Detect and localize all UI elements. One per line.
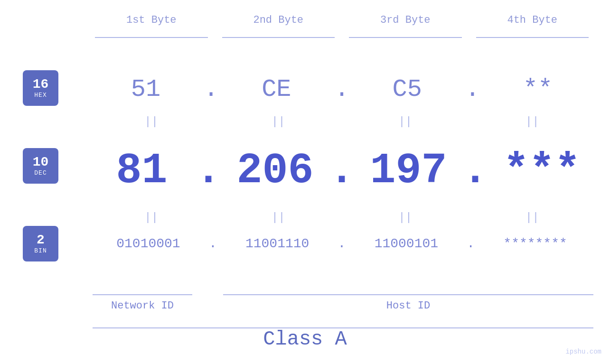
dec-badge-label: DEC xyxy=(34,169,47,177)
bin-dot-3: . xyxy=(467,236,475,251)
dec-value-4: *** xyxy=(503,147,580,195)
network-id-label: Network ID xyxy=(93,300,192,312)
dec-dot-1: . xyxy=(196,147,221,195)
host-id-bracket xyxy=(223,294,593,295)
watermark: ipshu.com xyxy=(565,348,601,355)
dec-byte-1: 81 xyxy=(88,147,196,195)
bin-value-1: 01010001 xyxy=(116,236,180,251)
bin-badge-number: 2 xyxy=(37,233,45,248)
bracket-line-4 xyxy=(476,37,589,38)
dec-row: 81 . 206 . 197 . *** xyxy=(88,142,596,199)
bracket-line-2 xyxy=(222,37,335,38)
hex-dot-2: . xyxy=(334,75,349,103)
dec-badge-number: 10 xyxy=(33,155,49,170)
hex-byte-2: CE xyxy=(218,75,334,103)
dec-value-3: 197 xyxy=(370,147,447,195)
bin-byte-2: 11001110 xyxy=(217,236,338,251)
dec-byte-3: 197 xyxy=(355,147,462,195)
hex-value-3: C5 xyxy=(392,75,422,103)
hex-badge: 16 HEX xyxy=(23,70,58,106)
hex-byte-3: C5 xyxy=(349,75,465,103)
dec-dot-3: . xyxy=(462,147,488,195)
eq-1: || xyxy=(88,115,215,128)
bin-badge: 2 BIN xyxy=(23,226,58,261)
eq-8: || xyxy=(469,211,596,224)
col-header-1: 1st Byte xyxy=(88,14,215,26)
bracket-line-3 xyxy=(349,37,462,38)
dec-dot-2: . xyxy=(329,147,355,195)
host-id-label: Host ID xyxy=(223,300,593,312)
equals-dec-bin: || || || || xyxy=(88,211,596,224)
hex-dot-3: . xyxy=(465,75,480,103)
dec-byte-2: 206 xyxy=(221,147,329,195)
equals-hex-dec: || || || || xyxy=(88,115,596,128)
hex-value-1: 51 xyxy=(131,75,160,103)
dec-value-2: 206 xyxy=(236,147,313,195)
eq-6: || xyxy=(215,211,342,224)
bin-dot-1: . xyxy=(209,236,217,251)
bin-value-4: ******** xyxy=(503,236,567,251)
top-brackets xyxy=(88,37,596,38)
class-label: Class A xyxy=(0,328,610,351)
hex-badge-label: HEX xyxy=(34,92,47,99)
bin-row: 01010001 . 11001110 . 11000101 . *******… xyxy=(88,227,596,260)
bracket-line-1 xyxy=(95,37,208,38)
hex-row: 51 . CE . C5 . ** xyxy=(88,70,596,108)
col-header-3: 3rd Byte xyxy=(342,14,469,26)
columns-header: 1st Byte 2nd Byte 3rd Byte 4th Byte xyxy=(88,14,596,26)
col-header-4: 4th Byte xyxy=(469,14,596,26)
eq-3: || xyxy=(342,115,469,128)
dec-value-1: 81 xyxy=(116,147,167,195)
dec-badge: 10 DEC xyxy=(23,148,58,184)
eq-5: || xyxy=(88,211,215,224)
eq-2: || xyxy=(215,115,342,128)
hex-badge-number: 16 xyxy=(33,77,49,92)
bin-badge-label: BIN xyxy=(34,247,47,254)
hex-value-4: ** xyxy=(523,75,553,103)
hex-value-2: CE xyxy=(262,75,291,103)
hex-byte-4: ** xyxy=(480,75,596,103)
bin-dot-2: . xyxy=(338,236,346,251)
hex-dot-1: . xyxy=(204,75,218,103)
col-header-2: 2nd Byte xyxy=(215,14,342,26)
bin-byte-3: 11000101 xyxy=(346,236,467,251)
eq-7: || xyxy=(342,211,469,224)
bin-value-2: 11001110 xyxy=(245,236,309,251)
eq-4: || xyxy=(469,115,596,128)
main-container: 16 HEX 10 DEC 2 BIN 1st Byte 2nd Byte 3r… xyxy=(0,0,610,364)
bin-value-3: 11000101 xyxy=(375,236,438,251)
hex-byte-1: 51 xyxy=(88,75,204,103)
dec-byte-4: *** xyxy=(488,147,596,195)
bin-byte-1: 01010001 xyxy=(88,236,209,251)
bin-byte-4: ******** xyxy=(475,236,596,251)
network-id-bracket xyxy=(93,294,192,295)
